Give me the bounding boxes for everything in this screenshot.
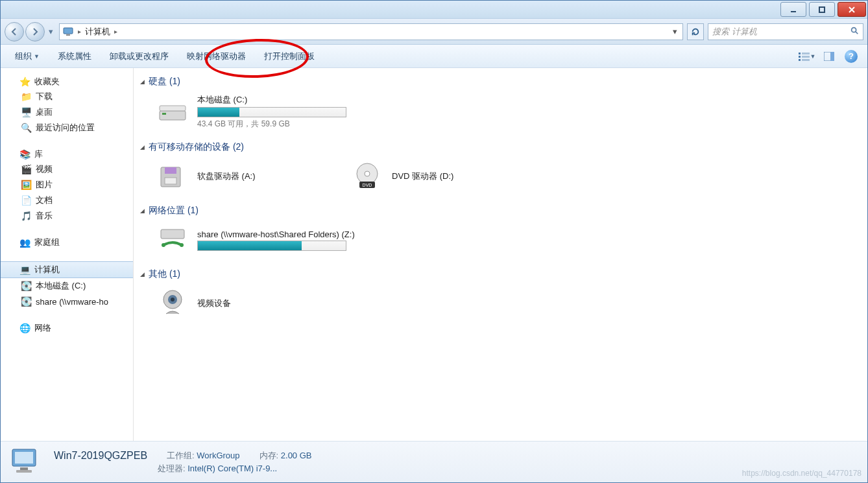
category-network-header[interactable]: ◢ 网络位置 (1) (140, 201, 861, 220)
category-label: 有可移动存储的设备 (2) (149, 141, 244, 153)
drive-local-c[interactable]: 本地磁盘 (C:) 43.4 GB 可用，共 59.9 GB (152, 91, 359, 132)
category-label: 硬盘 (1) (149, 76, 180, 88)
sidebar-item-desktop[interactable]: 🖥️ 桌面 (1, 104, 133, 120)
sidebar-favorites-head[interactable]: ⭐ 收藏夹 (1, 75, 133, 89)
back-button[interactable] (5, 22, 24, 41)
nav-buttons: ▾ (5, 22, 55, 41)
webcam-icon (156, 287, 189, 320)
sidebar-computer-head[interactable]: 💻 计算机 (1, 261, 133, 278)
sidebar-item-recent[interactable]: 🔍 最近访问的位置 (1, 120, 133, 135)
svg-rect-1 (819, 7, 825, 12)
drive-name: 本地磁盘 (C:) (197, 94, 346, 106)
category-hdd-items: 本地磁盘 (C:) 43.4 GB 可用，共 59.9 GB (140, 91, 861, 132)
svg-rect-5 (799, 53, 801, 54)
help-icon: ? (845, 50, 858, 63)
sidebar-item-local-disk-c[interactable]: 💽 本地磁盘 (C:) (1, 278, 133, 294)
computer-label: 计算机 (34, 264, 60, 276)
minimize-button[interactable] (780, 2, 806, 17)
change-view-button[interactable]: ▼ (796, 47, 818, 65)
sidebar-item-share-z[interactable]: 💽 share (\\vmware-ho (1, 294, 133, 309)
arrow-left-icon (9, 27, 19, 37)
sidebar-item-videos[interactable]: 🎬 视频 (1, 161, 133, 177)
window-controls (779, 1, 867, 18)
category-other-header[interactable]: ◢ 其他 (1) (140, 265, 861, 284)
search-icon (850, 26, 859, 37)
category-hdd-header[interactable]: ◢ 硬盘 (1) (140, 72, 861, 91)
sidebar-item-label: 音乐 (36, 210, 53, 222)
sidebar-network-head[interactable]: 🌐 网络 (1, 321, 133, 335)
svg-rect-30 (15, 452, 33, 464)
drive-dvd-d[interactable]: DVD DVD 驱动器 (D:) (346, 157, 515, 196)
collapse-icon: ◢ (140, 271, 145, 277)
uninstall-program-button[interactable]: 卸载或更改程序 (101, 47, 178, 65)
system-properties-button[interactable]: 系统属性 (49, 47, 101, 65)
maximize-button[interactable] (809, 2, 835, 17)
sidebar-item-pictures[interactable]: 🖼️ 图片 (1, 177, 133, 193)
drive-free-text: 43.4 GB 可用，共 59.9 GB (197, 119, 346, 130)
usage-bar (197, 107, 346, 117)
computer-icon: 💻 (19, 264, 30, 276)
sidebar-favorites: ⭐ 收藏夹 📁 下载 🖥️ 桌面 🔍 最近访问的位置 (1, 75, 133, 135)
svg-rect-31 (20, 467, 28, 470)
svg-rect-9 (799, 59, 801, 61)
svg-rect-12 (830, 52, 834, 61)
homegroup-label: 家庭组 (34, 237, 60, 248)
memory-value: 2.00 GB (281, 451, 312, 460)
pane-icon (824, 52, 834, 61)
arrow-right-icon (30, 27, 40, 37)
sidebar-item-documents[interactable]: 📄 文档 (1, 193, 133, 208)
sidebar-item-label: 视频 (36, 163, 53, 175)
address-dropdown[interactable]: ▾ (669, 27, 680, 36)
svg-point-24 (162, 243, 165, 247)
refresh-button[interactable] (687, 23, 704, 40)
folder-icon: 📁 (20, 91, 32, 102)
view-icon (799, 52, 810, 61)
svg-rect-14 (160, 106, 186, 111)
svg-rect-32 (16, 470, 32, 473)
network-label: 网络 (34, 322, 51, 334)
cpu-label: 处理器: (158, 464, 186, 473)
collapse-icon: ◢ (140, 144, 145, 150)
open-control-panel-button[interactable]: 打开控制面板 (255, 47, 324, 65)
svg-rect-10 (802, 59, 810, 61)
libraries-label: 库 (34, 148, 43, 160)
preview-pane-button[interactable] (818, 47, 840, 65)
svg-rect-3 (66, 34, 70, 36)
sidebar-libraries: 📚 库 🎬 视频 🖼️ 图片 📄 文档 🎵 音乐 (1, 147, 133, 224)
music-icon: 🎵 (20, 210, 32, 222)
category-network-items: share (\\vmware-host\Shared Folders) (Z:… (140, 220, 861, 259)
sidebar-network: 🌐 网络 (1, 321, 133, 335)
close-button[interactable] (838, 2, 866, 17)
svg-rect-18 (165, 178, 176, 184)
breadcrumb-sep-icon: ▸ (114, 28, 117, 35)
help-button[interactable]: ? (840, 47, 862, 65)
drive-share-z[interactable]: share (\\vmware-host\Shared Folders) (Z:… (152, 220, 359, 259)
uninstall-label: 卸载或更改程序 (110, 51, 169, 62)
sidebar-libraries-head[interactable]: 📚 库 (1, 147, 133, 161)
sidebar-item-music[interactable]: 🎵 音乐 (1, 208, 133, 224)
device-camera[interactable]: 视频设备 (152, 284, 320, 323)
sidebar-item-label: 本地磁盘 (C:) (36, 280, 86, 292)
sidebar-item-downloads[interactable]: 📁 下载 (1, 89, 133, 104)
breadcrumb-item[interactable]: 计算机 (85, 26, 110, 38)
organize-button[interactable]: 组织 ▼ (6, 47, 49, 65)
forward-button[interactable] (25, 22, 45, 41)
sidebar-homegroup-head[interactable]: 👥 家庭组 (1, 235, 133, 250)
address-bar[interactable]: ▸ 计算机 ▸ ▾ (59, 23, 683, 40)
network-drive-icon: 💽 (20, 296, 32, 307)
workgroup-label: 工作组: (167, 451, 195, 460)
search-box[interactable] (708, 23, 863, 40)
nav-history-dropdown[interactable]: ▾ (46, 22, 55, 41)
svg-point-28 (171, 298, 175, 301)
svg-rect-15 (162, 113, 166, 115)
category-removable-header[interactable]: ◢ 有可移动存储的设备 (2) (140, 137, 861, 157)
search-input[interactable] (712, 27, 850, 36)
map-network-drive-button[interactable]: 映射网络驱动器 (178, 47, 255, 65)
sidebar-item-label: 桌面 (36, 106, 53, 118)
floppy-icon (156, 159, 189, 193)
network-drive-icon (156, 223, 189, 257)
svg-rect-7 (799, 56, 801, 58)
system-properties-label: 系统属性 (58, 51, 91, 62)
drive-floppy-a[interactable]: 软盘驱动器 (A:) (152, 157, 320, 196)
collapse-icon: ◢ (140, 78, 145, 85)
